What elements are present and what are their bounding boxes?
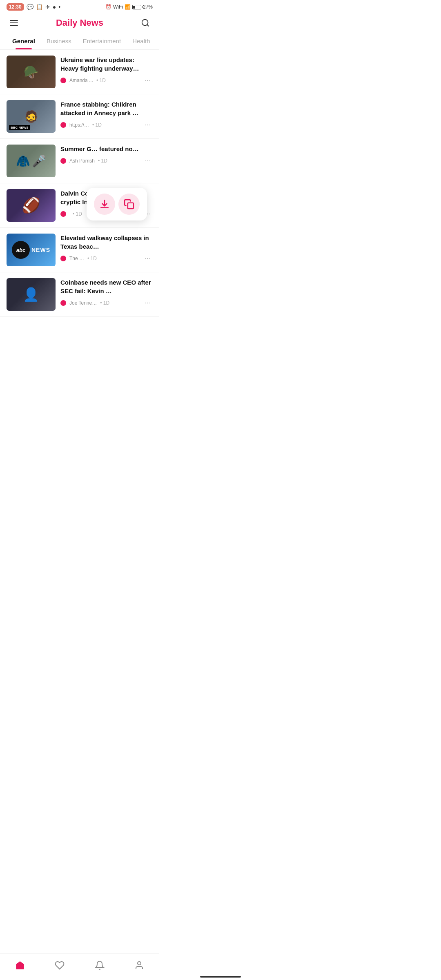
author-avatar xyxy=(60,211,66,217)
author-avatar xyxy=(60,158,66,164)
telegram-icon: ✈ xyxy=(45,4,50,10)
more-options-button[interactable]: ··· xyxy=(143,120,153,129)
time-ago: • 1D xyxy=(92,122,102,128)
abc-news-text: NEWS xyxy=(31,247,50,253)
author-avatar xyxy=(60,122,66,128)
news-item[interactable]: 👤 Coinbase needs new CEO after SEC fail:… xyxy=(0,272,159,317)
wifi-icon: WiFi xyxy=(113,4,123,10)
author-avatar xyxy=(60,300,66,306)
battery-bar xyxy=(132,5,141,9)
news-content: Ukraine war live updates: Heavy fighting… xyxy=(60,56,153,85)
svg-point-0 xyxy=(142,20,148,26)
more-options-button[interactable]: ··· xyxy=(143,298,153,307)
more-options-button[interactable]: ··· xyxy=(143,156,153,165)
news-content: Elevated walkway collapses in Texas beac… xyxy=(60,234,153,263)
news-meta: The … • 1D ··· xyxy=(60,254,153,263)
more-options-button[interactable]: ··· xyxy=(143,254,153,263)
tab-entertainment[interactable]: Entertainment xyxy=(77,34,127,49)
news-thumbnail: 👤 xyxy=(7,278,56,311)
alarm-icon: ⏰ xyxy=(105,4,111,10)
battery-percent: 27% xyxy=(143,4,153,10)
news-thumbnail: 🪖 xyxy=(7,56,56,88)
menu-line-2 xyxy=(10,22,18,23)
news-content: France stabbing: Children attacked in An… xyxy=(60,100,153,129)
author-name: The … xyxy=(69,256,84,261)
status-right: ⏰ WiFi 📶 27% xyxy=(105,4,153,10)
author-name: https://… xyxy=(69,122,89,128)
app-title: Daily News xyxy=(21,18,138,28)
author-avatar xyxy=(60,78,66,83)
news-item[interactable]: 🧔 BBC NEWS France stabbing: Children att… xyxy=(0,94,159,139)
abc-circle: abc xyxy=(12,241,30,259)
float-action-popup xyxy=(87,188,147,220)
dot-icon: • xyxy=(58,4,60,10)
category-tabs: General Business Entertainment Health xyxy=(0,34,159,50)
time-ago: • 1D xyxy=(87,256,97,261)
news-meta: https://… • 1D ··· xyxy=(60,120,153,129)
copy-button[interactable] xyxy=(118,194,140,215)
signal-icon: 📶 xyxy=(125,4,131,10)
news-meta: Amanda ... • 1D ··· xyxy=(60,76,153,85)
news-item[interactable]: 🪖 Ukraine war live updates: Heavy fighti… xyxy=(0,50,159,94)
time-display: 12:30 xyxy=(7,3,24,11)
menu-line-3 xyxy=(10,25,18,26)
menu-button[interactable] xyxy=(7,16,21,30)
news-meta: Joe Tenne… • 1D ··· xyxy=(60,298,153,307)
notes-icon: 📋 xyxy=(36,4,43,10)
tab-business[interactable]: Business xyxy=(41,34,77,49)
news-title: Summer G… featured no… xyxy=(60,145,153,153)
news-title: Elevated walkway collapses in Texas beac… xyxy=(60,234,153,251)
time-ago: • 1D xyxy=(98,158,107,164)
news-item[interactable]: abc NEWS Elevated walkway collapses in T… xyxy=(0,228,159,272)
download-button[interactable] xyxy=(94,194,115,215)
whatsapp-icon: 💬 xyxy=(27,4,33,10)
more-options-button[interactable]: ··· xyxy=(143,76,153,85)
menu-line-1 xyxy=(10,20,18,21)
news-title: Ukraine war live updates: Heavy fighting… xyxy=(60,56,153,73)
tab-general[interactable]: General xyxy=(7,34,41,49)
abc-news-logo: abc NEWS xyxy=(7,234,56,266)
author-name: Joe Tenne… xyxy=(69,300,97,306)
news-thumbnail: abc NEWS xyxy=(7,234,56,266)
time-ago: • 1D xyxy=(96,78,106,83)
status-left: 12:30 💬 📋 ✈ ● • xyxy=(7,3,60,11)
news-content: Coinbase needs new CEO after SEC fail: K… xyxy=(60,278,153,307)
time-ago: • 1D xyxy=(100,300,109,306)
news-content: Summer G… featured no… Ash Parrish • 1D … xyxy=(60,145,153,165)
time-ago: • 1D xyxy=(73,211,82,217)
svg-line-1 xyxy=(147,24,149,26)
news-thumbnail: 🧥🎤 xyxy=(7,145,56,177)
author-name: Amanda ... xyxy=(69,78,93,83)
vpn-icon: ● xyxy=(53,4,56,10)
status-bar: 12:30 💬 📋 ✈ ● • ⏰ WiFi 📶 27% xyxy=(0,0,159,12)
tab-health[interactable]: Health xyxy=(127,34,156,49)
news-meta: Ash Parrish • 1D ··· xyxy=(60,156,153,165)
news-title: France stabbing: Children attacked in An… xyxy=(60,100,153,117)
author-avatar xyxy=(60,256,66,261)
svg-rect-2 xyxy=(128,203,134,209)
bbc-badge: BBC NEWS xyxy=(9,125,30,130)
news-thumbnail: 🧔 BBC NEWS xyxy=(7,100,56,133)
news-list: 🪖 Ukraine war live updates: Heavy fighti… xyxy=(0,50,159,317)
app-header: Daily News xyxy=(0,12,159,34)
abc-text: abc xyxy=(16,247,25,253)
news-title: Coinbase needs new CEO after SEC fail: K… xyxy=(60,278,153,295)
news-thumbnail: 🏈 xyxy=(7,189,56,222)
search-button[interactable] xyxy=(138,16,153,30)
news-item[interactable]: 🧥🎤 Summer G… featured no… Ash Parrish • … xyxy=(0,139,159,183)
author-name: Ash Parrish xyxy=(69,158,95,164)
